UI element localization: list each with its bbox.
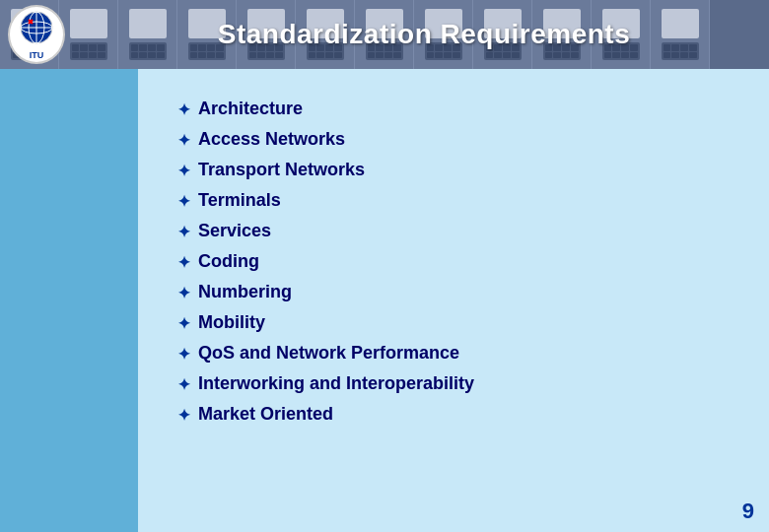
bullet-icon: ✦	[177, 223, 190, 241]
bullet-icon: ✦	[177, 253, 190, 272]
item-text: QoS and Network Performance	[198, 343, 459, 364]
bullet-icon: ✦	[177, 131, 190, 150]
list-item: ✦ Access Networks	[177, 129, 739, 150]
itu-logo: ITU	[8, 5, 65, 64]
list-item: ✦ Numbering	[177, 282, 739, 302]
bullet-icon: ✦	[177, 100, 190, 119]
slide-title: Standardization Requirements	[218, 19, 631, 50]
list-item: ✦ Mobility	[177, 312, 739, 333]
item-text: Architecture	[198, 99, 303, 119]
bullet-icon: ✦	[177, 345, 190, 364]
list-item: ✦ Terminals	[177, 190, 739, 211]
bullet-icon: ✦	[177, 314, 190, 333]
header-title-container: Standardization Requirements	[79, 0, 769, 69]
item-text: Access Networks	[198, 129, 345, 150]
itu-label: ITU	[19, 50, 54, 60]
list-item: ✦ Transport Networks	[177, 160, 739, 180]
header-bar: ITU Standardization Requirements	[0, 0, 769, 69]
item-text: Mobility	[198, 312, 265, 333]
list-item: ✦ Coding	[177, 251, 739, 272]
item-text: Market Oriented	[198, 404, 333, 425]
globe-icon	[19, 10, 54, 45]
page-number: 9	[742, 499, 754, 524]
list-item: ✦ Services	[177, 221, 739, 241]
bullet-icon: ✦	[177, 375, 190, 394]
slide: ITU Standardization Requirements ✦ Archi…	[0, 0, 769, 532]
item-text: Interworking and Interoperability	[198, 373, 474, 394]
item-text: Coding	[198, 251, 259, 272]
bullet-icon: ✦	[177, 284, 190, 302]
item-text: Terminals	[198, 190, 281, 211]
list-item: ✦ Architecture	[177, 99, 739, 119]
item-text: Services	[198, 221, 271, 241]
item-text: Numbering	[198, 282, 292, 302]
list-item: ✦ Interworking and Interoperability	[177, 373, 739, 394]
bullet-icon: ✦	[177, 192, 190, 211]
bullet-icon: ✦	[177, 406, 190, 425]
main-content: ✦ Architecture ✦ Access Networks ✦ Trans…	[138, 69, 769, 532]
left-sidebar	[0, 69, 138, 532]
list-item: ✦ QoS and Network Performance	[177, 343, 739, 364]
item-text: Transport Networks	[198, 160, 365, 180]
list-item: ✦ Market Oriented	[177, 404, 739, 425]
bullet-list: ✦ Architecture ✦ Access Networks ✦ Trans…	[177, 99, 739, 425]
bullet-icon: ✦	[177, 162, 190, 180]
